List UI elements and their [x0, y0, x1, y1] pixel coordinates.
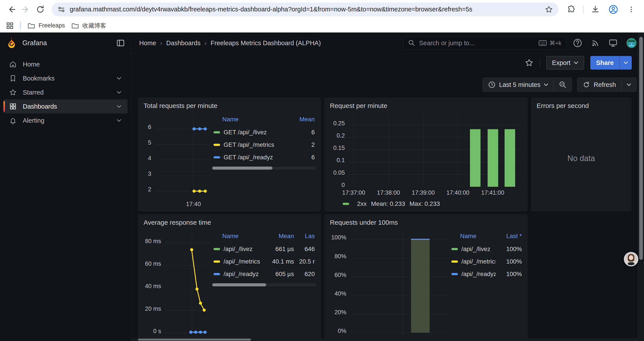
panel-title[interactable]: Average response time [144, 218, 316, 227]
horizontal-scrollbar-thumb[interactable] [138, 338, 251, 340]
toolbar-divider [583, 5, 584, 14]
export-button[interactable]: Export [546, 56, 584, 70]
vertical-scrollbar-thumb[interactable] [639, 37, 643, 260]
home-icon [9, 61, 17, 68]
legend-row[interactable]: /api/_/readyz 605 µs 620 [212, 268, 316, 280]
bookmark-star-icon[interactable] [545, 6, 553, 14]
panel-title[interactable]: Requests under 100ms [330, 218, 523, 227]
time-controls: Last 5 minutes Refresh [131, 72, 644, 98]
apps-grid-icon[interactable] [6, 22, 14, 30]
kiosk-monitor-icon[interactable] [608, 38, 618, 48]
legend-row[interactable]: /api/_/livez 100% [450, 243, 523, 255]
site-settings-icon[interactable] [58, 6, 65, 14]
bookmarks-divider [20, 22, 21, 30]
x-tick-label: 17:38:00 [377, 189, 400, 196]
legend-row[interactable]: GET /api/_/metrics 2 [212, 138, 316, 151]
panel-title[interactable]: Errors per second [536, 101, 627, 111]
chevron-down-icon[interactable] [116, 105, 122, 108]
legend-row[interactable]: /api/_/livez 661 µs 646 [212, 243, 316, 255]
chevron-down-icon[interactable] [116, 91, 122, 94]
legend-scrollbar-thumb[interactable] [212, 167, 272, 170]
panel-title[interactable]: Request per minute [330, 101, 523, 111]
sidebar-item-alerting[interactable]: Alerting [3, 113, 128, 128]
back-icon[interactable] [5, 3, 18, 16]
x-tick-label: 17:39:00 [412, 189, 435, 196]
legend-col-mean[interactable]: Mean [263, 233, 294, 240]
share-dropdown-button[interactable] [620, 56, 632, 70]
search-input[interactable]: Search or jump to... ⌘+k [403, 37, 566, 50]
legend-row[interactable]: /api/_/metrics 40.1 ms 20.5 r [212, 255, 316, 268]
legend-header: Name Last * [450, 231, 523, 243]
x-tick-label: 17:37:00 [342, 189, 365, 196]
sidebar-toggle-icon[interactable] [116, 39, 124, 47]
time-range-picker[interactable]: Last 5 minutes [483, 78, 554, 92]
legend-col-name[interactable]: Name [222, 233, 263, 240]
dashboard-actions: Export Share [131, 54, 644, 72]
sidebar-item-starred[interactable]: Starred [3, 85, 128, 99]
forward-icon[interactable] [20, 3, 32, 16]
dashboard-content: Export Share [131, 54, 644, 341]
series-swatch [451, 273, 458, 275]
chevron-down-icon[interactable] [116, 119, 122, 122]
profile-icon[interactable] [607, 3, 620, 16]
vertical-scrollbar[interactable] [638, 33, 644, 341]
legend-col-last[interactable]: Last * [496, 233, 522, 240]
legend-scrollbar[interactable] [212, 167, 316, 170]
sidebar-item-dashboards[interactable]: Dashboards [3, 99, 128, 113]
time-range-group: Last 5 minutes [483, 78, 572, 92]
favorite-star-icon[interactable] [525, 58, 534, 67]
news-rss-icon[interactable] [591, 39, 600, 47]
y-axis-labels: 0.250.20.150.10.050 [329, 112, 348, 187]
legend-series-name[interactable]: 2xx [357, 200, 367, 207]
zoom-out-button[interactable] [554, 78, 572, 92]
grafana-header: Grafana Home › Dashboards › Freeleaps Me… [0, 33, 644, 54]
sidebar-item-home[interactable]: Home [3, 57, 128, 71]
assistant-avatar[interactable] [624, 252, 638, 266]
extensions-icon[interactable] [565, 3, 577, 16]
panel-legend: 2xx Mean: 0.233 Max: 0.233 [329, 200, 523, 207]
sidebar-item-label: Home [23, 61, 40, 68]
help-icon[interactable] [573, 38, 582, 48]
y-tick-label: 0.25 [333, 120, 345, 127]
reload-icon[interactable] [34, 3, 46, 16]
plot-area [350, 231, 449, 336]
panel-title[interactable]: Total requests per minute [144, 101, 316, 111]
share-button[interactable]: Share [590, 56, 620, 70]
panel-average-response-time: Average response time 80 ms60 ms40 ms20 … [138, 214, 321, 341]
search-placeholder: Search or jump to... [419, 40, 474, 47]
avatar-shirt [628, 262, 634, 265]
y-tick-label: 20% [334, 309, 346, 316]
y-tick-label: 2 [148, 186, 151, 193]
legend-col-last[interactable]: Las [294, 233, 315, 240]
y-tick-label: 80 ms [145, 238, 161, 245]
y-tick-label: 0% [338, 327, 346, 334]
breadcrumb-home[interactable]: Home [139, 40, 156, 47]
brand-name[interactable]: Grafana [22, 39, 47, 47]
legend-scrollbar-thumb[interactable] [212, 283, 266, 286]
bookmark-folder-freeleaps[interactable]: Freeleaps [28, 22, 65, 29]
refresh-button[interactable]: Refresh [577, 78, 621, 92]
legend-row[interactable]: /api/_/metrics 100% [450, 255, 523, 268]
legend-row[interactable]: GET /api/_/readyz 6 [212, 151, 316, 163]
legend-col-mean[interactable]: Mean [291, 116, 315, 123]
downloads-icon[interactable] [589, 3, 602, 16]
browser-toolbar: grafana.mathmast.com/d/deytv4rwavabkb/fr… [0, 0, 644, 19]
user-avatar[interactable] [626, 38, 636, 48]
refresh-interval-dropdown[interactable] [621, 78, 636, 92]
legend-col-name[interactable]: Name [460, 233, 496, 240]
url-bar[interactable]: grafana.mathmast.com/d/deytv4rwavabkb/fr… [52, 3, 558, 16]
legend-scrollbar[interactable] [212, 283, 316, 286]
legend-row[interactable]: /api/_/readyz 100% [450, 268, 523, 280]
browser-menu-icon[interactable] [625, 3, 638, 16]
legend-row[interactable]: GET /api/_/livez 6 [212, 126, 316, 138]
legend-mean: Mean: 0.233 [371, 200, 405, 207]
horizontal-scrollbar[interactable] [131, 338, 638, 341]
breadcrumb-separator: › [160, 39, 162, 47]
sidebar-item-bookmarks[interactable]: Bookmarks [3, 71, 128, 85]
breadcrumb-dashboards[interactable]: Dashboards [166, 40, 200, 47]
bookmark-folder-blogs[interactable]: 收藏博客 [72, 22, 106, 30]
url-text[interactable]: grafana.mathmast.com/d/deytv4rwavabkb/fr… [70, 6, 540, 13]
chevron-down-icon[interactable] [116, 77, 122, 80]
legend-col-name[interactable]: Name [222, 116, 291, 123]
y-tick-label: 5 [148, 139, 151, 146]
